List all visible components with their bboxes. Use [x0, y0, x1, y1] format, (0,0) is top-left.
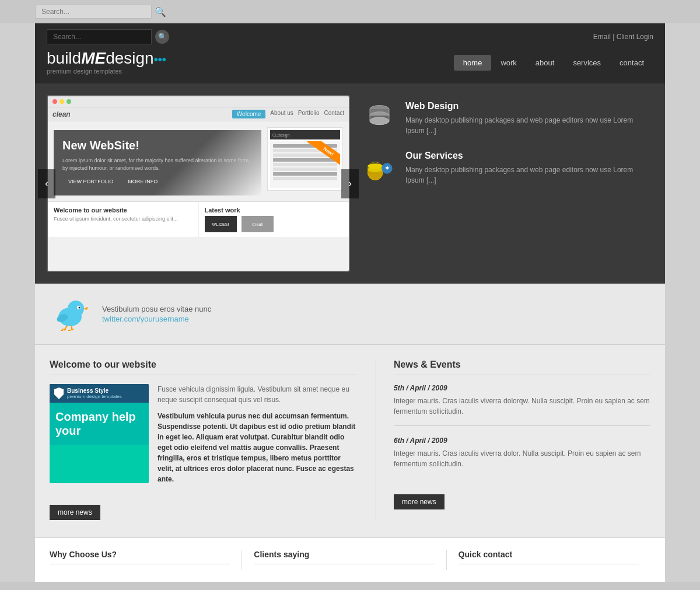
- slide-nav-contact: Contact: [324, 110, 344, 118]
- dot-green: [66, 99, 71, 104]
- news-date-2: 6th / April / 2009: [394, 437, 650, 445]
- outer-search-input[interactable]: [35, 5, 152, 19]
- slider-frame: clean Welcome About us Portfolio Contact…: [47, 95, 350, 272]
- nav-about[interactable]: about: [526, 55, 564, 71]
- preview-card-header: CLdesign: [270, 130, 340, 139]
- welcome-para1: Fusce vehicula dignissim ligula. Vestibu…: [158, 384, 358, 405]
- news-item-1: 5th / April / 2009 Integer mauris. Cras …: [394, 384, 650, 426]
- hero-services: Web Design Many desktop publishing packa…: [362, 95, 653, 272]
- header-search-bar: 🔍: [47, 29, 169, 44]
- slide-nav-portfolio: Portfolio: [298, 110, 320, 118]
- slide-logo-small: clean: [52, 110, 71, 118]
- twitter-bird-icon: [50, 292, 90, 336]
- main-nav: home work about services contact: [454, 55, 653, 71]
- service-web-design: Web Design Many desktop publishing packa…: [362, 101, 653, 136]
- logo-dots: •••: [154, 53, 166, 66]
- outer-search-icon: 🔍: [155, 6, 166, 18]
- service-our-services: ✦ Our Services Many desktop publishing p…: [362, 151, 653, 186]
- web-design-body: Many desktop publishing packages and web…: [405, 115, 653, 136]
- header-top-row: 🔍 Email | Client Login: [35, 23, 665, 44]
- email-link[interactable]: Email: [593, 33, 611, 41]
- site-header: 🔍 Email | Client Login buildMEdesign••• …: [35, 23, 665, 83]
- header-main-row: buildMEdesign••• premium design template…: [35, 44, 665, 83]
- thumb-main-text: Company help your: [55, 410, 143, 438]
- database-svg-icon: [363, 103, 396, 135]
- slider-wrapper: ‹ clean Welcome About us Portfolio: [47, 95, 350, 272]
- business-thumb-header: Business Style premium design templates: [50, 384, 149, 403]
- thumb-brand: Business Style: [67, 387, 122, 394]
- slide-nav-btn-active: Welcome: [232, 110, 266, 118]
- slide-bottom-welcome-text: Fusce ut ipsum tincidunt, consectetur ad…: [54, 216, 192, 223]
- news-date-1: 5th / April / 2009: [394, 384, 650, 392]
- slide-bottom: Welcome to our website Fusce ut ipsum ti…: [48, 201, 349, 237]
- twitter-link[interactable]: twitter.com/yourusername: [102, 315, 189, 323]
- logo-tagline: premium design templates: [47, 68, 166, 75]
- shield-icon: [54, 387, 64, 399]
- logo-me: ME: [81, 49, 106, 67]
- preview-row: [273, 163, 337, 166]
- view-portfolio-btn[interactable]: VIEW PORTFOLIO: [62, 176, 119, 187]
- slider-arrow-right[interactable]: ›: [341, 169, 359, 198]
- business-thumb-body: Company help your: [50, 403, 149, 445]
- svg-point-10: [68, 301, 84, 317]
- more-info-btn[interactable]: MORE INFO: [122, 176, 163, 187]
- svg-text:✦: ✦: [384, 165, 389, 172]
- logo-build: build: [47, 49, 81, 67]
- news-section-title: News & Events: [394, 359, 650, 375]
- twitter-text: Vestibulum posu eros vitae nunc twitter.…: [102, 305, 211, 324]
- nav-work[interactable]: work: [491, 55, 526, 71]
- outer-search-bar: 🔍: [0, 0, 700, 23]
- client-login-link[interactable]: Client Login: [617, 33, 653, 41]
- more-news-button-left[interactable]: more news: [50, 505, 100, 520]
- hero-section: ‹ clean Welcome About us Portfolio: [35, 83, 665, 284]
- footer-col-1: Why Choose Us?: [50, 550, 242, 570]
- logo-design: design: [106, 49, 154, 67]
- dot-yellow: [60, 99, 64, 104]
- business-thumb: Business Style premium design templates …: [50, 384, 149, 483]
- welcome-content: Business Style premium design templates …: [50, 384, 358, 490]
- slider-dots: [48, 96, 349, 107]
- new-website-body: Lorem ipsum dolor sit amet, for the majo…: [62, 157, 253, 172]
- web-design-icon: [362, 101, 397, 136]
- web-design-text: Web Design Many desktop publishing packa…: [405, 101, 653, 136]
- nav-home[interactable]: home: [454, 55, 492, 71]
- slider-arrow-left[interactable]: ‹: [38, 169, 55, 198]
- nav-contact[interactable]: contact: [610, 55, 653, 71]
- latest-work-thumb2: Creati: [242, 216, 274, 232]
- welcome-section-title: Welcome to our website: [50, 359, 358, 375]
- dot-red: [52, 99, 57, 104]
- site-logo: buildMEdesign••• premium design template…: [47, 50, 166, 75]
- our-services-body: Many desktop publishing packages and web…: [405, 165, 653, 186]
- twitter-bird-svg: [50, 292, 90, 333]
- slide-bottom-welcome: Welcome to our website Fusce ut ipsum ti…: [48, 202, 199, 237]
- twitter-message: Vestibulum posu eros vitae nunc: [102, 305, 211, 313]
- more-news-button-right[interactable]: more news: [394, 494, 444, 509]
- slider-content: clean Welcome About us Portfolio Contact…: [48, 107, 349, 271]
- header-links: Email | Client Login: [593, 33, 653, 41]
- header-search-button[interactable]: 🔍: [155, 30, 169, 44]
- news-text-2: Integer mauris. Cras iaculis viverra dol…: [394, 448, 650, 469]
- preview-title: CLdesign: [272, 133, 290, 137]
- our-services-title: Our Services: [405, 151, 653, 161]
- footer-col-2: Clients saying: [242, 550, 446, 570]
- svg-point-12: [79, 307, 80, 309]
- thumb-header-text: Business Style premium design templates: [67, 387, 122, 399]
- content-left: Welcome to our website Business Style pr…: [50, 359, 376, 520]
- coins-svg-icon: ✦: [363, 152, 396, 184]
- thumb-tagline: premium design templates: [67, 394, 122, 399]
- footer-title-3: Quick contact: [459, 550, 639, 564]
- news-text-1: Integer mauris. Cras iaculis viverra dol…: [394, 396, 650, 417]
- our-services-text: Our Services Many desktop publishing pac…: [405, 151, 653, 186]
- footer-title-1: Why Choose Us?: [50, 550, 230, 564]
- footer-title-2: Clients saying: [254, 550, 434, 564]
- svg-point-6: [368, 163, 383, 169]
- slide-bottom-latest-title: Latest work: [205, 207, 344, 214]
- nav-services[interactable]: services: [564, 55, 610, 71]
- header-search-input[interactable]: [47, 29, 152, 44]
- site-footer: Why Choose Us? Clients saying Quick cont…: [35, 537, 665, 582]
- welcome-text: Fusce vehicula dignissim ligula. Vestibu…: [158, 384, 358, 490]
- preview-row: [273, 177, 337, 180]
- logo-text: buildMEdesign•••: [47, 50, 166, 67]
- footer-col-3: Quick contact: [447, 550, 650, 570]
- preview-card: CLdesign New!: [267, 127, 343, 191]
